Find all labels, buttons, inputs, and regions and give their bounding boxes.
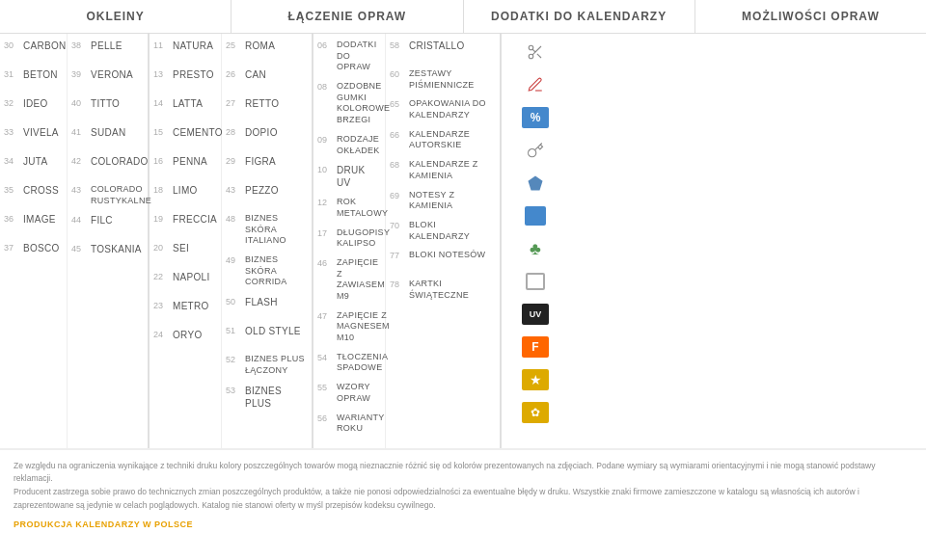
list-item: 45TOSKANIA	[71, 243, 144, 264]
list-item: 27RETTO	[226, 97, 308, 119]
footer: Ze względu na ograniczenia wynikające z …	[0, 449, 926, 540]
list-item: 31BETON	[4, 68, 63, 90]
list-item: 52BIZNES PLUSŁĄCZONY	[226, 354, 308, 376]
list-item: 48BIZNES SKÓRAITALIANO	[226, 213, 308, 247]
icon-item: F	[505, 334, 565, 360]
uv-icon: UV	[522, 304, 549, 325]
svg-point-1	[529, 54, 533, 59]
list-item: 24ORYO	[153, 329, 217, 350]
header-col-dodatki: DODATKI DO KALENDARZY	[464, 0, 695, 33]
list-item: 70BLOKI KALENDARZY	[390, 220, 496, 242]
list-item: 54TŁOCZENIA SPADOWE	[317, 352, 381, 374]
list-item: 17DŁUGOPISY KALIPSO	[317, 227, 381, 250]
laczenie-col1: 11NATURA 13PRESTO 14LATTA 15CEMENTO 16PE…	[150, 34, 222, 448]
list-item: 42COLORADO	[71, 155, 144, 176]
list-item: 30CARBON	[4, 40, 63, 61]
list-item: 08OZDOBNE GUMKI KOLOROWE BRZEGI	[317, 81, 381, 126]
square-empty-icon	[526, 273, 545, 290]
list-item: 36IMAGE	[4, 213, 63, 234]
icon-item	[505, 40, 565, 65]
list-item: 32IDEO	[4, 97, 63, 119]
list-item: 34JUTA	[4, 155, 63, 176]
club-icon: ♣	[522, 238, 549, 259]
icon-item: ✿	[505, 400, 565, 425]
icon-item	[505, 203, 565, 228]
mozliwosci-col1: 58CRISTALLO 60ZESTAWY PIŚMIENNICZE 65OPA…	[386, 34, 502, 448]
list-item: 26CAN	[226, 68, 308, 90]
svg-point-0	[529, 45, 533, 50]
list-item: 14LATTA	[153, 97, 217, 119]
icons-col: % ♣ UV F	[502, 34, 569, 448]
icon-item	[505, 269, 565, 294]
list-item: 66KALENDARZE AUTORSKIE	[390, 129, 496, 151]
list-item: 53BIZNES PLUS	[226, 385, 308, 410]
key-icon	[522, 140, 549, 161]
okleiny-col2: 38PELLE 39VERONA 40TITTO 41SUDAN 42COLOR…	[68, 34, 150, 448]
disclaimer-2: Producent zastrzega sobie prawo do techn…	[14, 486, 912, 512]
list-item: 15CEMENTO	[153, 126, 217, 147]
list-item: 09RODZAJE OKŁADEK	[317, 134, 381, 156]
header-col-laczenie: ŁĄCZENIE OPRAW	[232, 0, 463, 33]
stone-diamond-icon	[522, 173, 549, 194]
scissors-icon	[522, 41, 549, 63]
list-item: 78KARTKI ŚWIĄTECZNE	[390, 279, 496, 301]
list-item: 40TITTO	[71, 97, 144, 119]
list-item: 28DOPIO	[226, 126, 308, 147]
list-item: 55WZORY OPRAW	[317, 382, 381, 404]
list-item: 69NOTESY Z KAMIENIA	[390, 190, 496, 212]
icon-item: ★	[505, 367, 565, 392]
square-blue-icon	[525, 206, 546, 226]
header: OKLEINY ŁĄCZENIE OPRAW DODATKI DO KALEND…	[0, 0, 926, 34]
list-item: 65OPAKOWANIA DO KALENDARZY	[390, 98, 496, 120]
list-item: 23METRO	[153, 300, 217, 321]
list-item: 06DODATKI DO OPRAW	[317, 40, 381, 73]
list-item: 35CROSS	[4, 184, 63, 205]
f-icon: F	[522, 336, 549, 358]
list-item: 11NATURA	[153, 40, 217, 61]
list-item: 33VIVELA	[4, 126, 63, 147]
list-item: 41SUDAN	[71, 126, 144, 147]
okleiny-col1: 30CARBON 31BETON 32IDEO 33VIVELA 34JUTA …	[0, 34, 68, 448]
disclaimer-1: Ze względu na ograniczenia wynikające z …	[14, 460, 912, 486]
icon-item: UV	[505, 302, 565, 327]
list-item: 43COLORADORUSTYKALNE	[71, 184, 144, 206]
list-item: 39VERONA	[71, 68, 144, 90]
list-item: 37BOSCO	[4, 242, 63, 263]
list-item: 44FILC	[71, 214, 144, 235]
list-item: 49BIZNES SKÓRACORRIDA	[226, 254, 308, 288]
list-item: 20SEI	[153, 242, 217, 263]
list-item: 58CRISTALLO	[390, 40, 496, 61]
header-col-mozliwosci: MOŻLIWOŚCI OPRAW	[695, 0, 926, 33]
laczenie-col2: 25ROMA 26CAN 27RETTO 28DOPIO 29FIGRA 43P…	[222, 34, 313, 448]
list-item: 10DRUK UV	[317, 164, 381, 189]
list-item: 47ZAPIĘCIE Z MAGNESEM M10	[317, 310, 381, 344]
icon-item	[505, 72, 565, 97]
icon-item	[505, 171, 565, 196]
list-item: 22NAPOLI	[153, 271, 217, 292]
list-item: 19FRECCIA	[153, 213, 217, 234]
dodatki-col1: 06DODATKI DO OPRAW 08OZDOBNE GUMKI KOLOR…	[313, 34, 386, 448]
list-item: 18LIMO	[153, 184, 217, 205]
percent-icon: %	[522, 107, 549, 128]
list-item: 29FIGRA	[226, 155, 308, 176]
icon-item: ♣	[505, 236, 565, 261]
flower-icon: ✿	[522, 402, 549, 423]
svg-marker-5	[529, 176, 543, 191]
list-item: 13PRESTO	[153, 68, 217, 90]
list-item: 60ZESTAWY PIŚMIENNICZE	[390, 68, 496, 91]
list-item: 46ZAPIĘCIE Z ZAWIASEM M9	[317, 257, 381, 303]
production-label: PRODUKCJA KALENDARZY W POLSCE	[14, 518, 912, 531]
pen-icon	[522, 74, 549, 95]
list-item: 68KALENDARZE Z KAMIENIA	[390, 159, 496, 181]
star-yellow-icon: ★	[522, 369, 549, 390]
list-item: 50FLASH	[226, 296, 308, 317]
list-item: 16PENNA	[153, 155, 217, 176]
main-content: 30CARBON 31BETON 32IDEO 33VIVELA 34JUTA …	[0, 34, 926, 449]
list-item: 51OLD STYLE	[226, 325, 308, 346]
header-col-okleiny: OKLEINY	[0, 0, 232, 33]
svg-line-3	[537, 54, 541, 58]
list-item: 38PELLE	[71, 40, 144, 61]
list-item: 77BLOKI NOTESÓW	[390, 250, 496, 271]
icon-item: %	[505, 105, 565, 130]
icon-item	[505, 138, 565, 163]
